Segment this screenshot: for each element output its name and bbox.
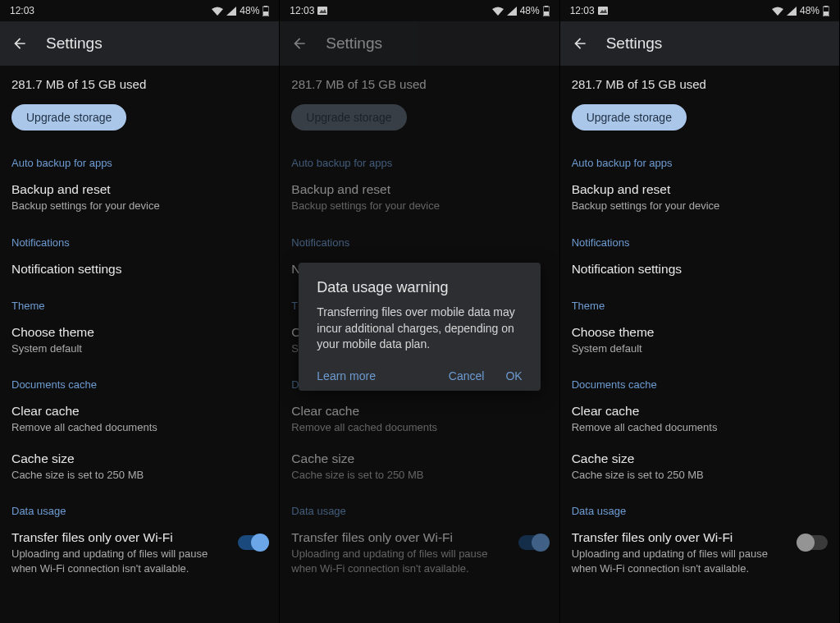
dialog-ok-button[interactable]: OK [505,369,522,383]
battery-text: 48% [800,5,819,16]
item-title: Transfer files only over Wi-Fi [11,530,230,545]
page-title: Settings [326,34,382,53]
section-header-notifications: Notifications [280,222,559,254]
item-backup-reset[interactable]: Backup and reset Backup settings for you… [560,174,839,222]
battery-text: 48% [240,5,259,16]
upgrade-storage-button[interactable]: Upgrade storage [572,104,687,131]
app-header: Settings [0,21,279,66]
item-cache-size[interactable]: Cache size Cache size is set to 250 MB [560,443,839,491]
item-title: Transfer files only over Wi-Fi [291,530,509,545]
wifi-only-switch[interactable] [238,535,267,550]
item-wifi-only[interactable]: Transfer files only over Wi-Fi Uploading… [560,522,839,584]
screen-2: 12:03 48% Settings 281.7 MB of 15 GB use… [280,0,559,623]
dialog-cancel-button[interactable]: Cancel [449,369,485,383]
item-title: Backup and reset [11,182,267,197]
item-clear-cache[interactable]: Clear cache Remove all cached documents [0,396,279,443]
section-header-notifications: Notifications [0,222,279,254]
item-sub: Uploading and updating of files will pau… [291,547,509,575]
item-title: Choose theme [572,325,828,340]
item-notification-settings[interactable]: Notification settings [560,254,839,285]
item-clear-cache[interactable]: Clear cache Remove all cached documents [560,396,839,443]
item-backup-reset: Backup and reset Backup settings for you… [280,174,559,222]
signal-icon [507,7,517,16]
item-title: Notification settings [572,262,828,277]
section-header-theme: Theme [560,285,839,317]
status-bar: 12:03 48% [280,0,559,21]
svg-rect-1 [264,6,267,7]
status-time: 12:03 [570,5,595,16]
item-choose-theme[interactable]: Choose theme System default [560,317,839,364]
storage-usage: 281.7 MB of 15 GB used [0,66,279,99]
item-title: Transfer files only over Wi-Fi [572,530,790,545]
item-title: Clear cache [572,404,828,419]
wifi-icon [212,7,223,16]
section-header-autobackup: Auto backup for apps [280,142,559,174]
item-notification-settings[interactable]: Notification settings [0,254,279,285]
gallery-icon [598,7,608,15]
item-sub: System default [11,341,267,356]
section-header-cache: Documents cache [0,364,279,396]
item-sub: Uploading and updating of files will pau… [11,547,230,575]
item-cache-size: Cache size Cache size is set to 250 MB [280,443,559,491]
section-header-autobackup: Auto backup for apps [560,142,839,174]
item-wifi-only[interactable]: Transfer files only over Wi-Fi Uploading… [0,522,279,584]
gallery-icon [317,7,327,15]
upgrade-storage-button[interactable]: Upgrade storage [11,104,126,131]
item-title: Cache size [291,451,547,466]
svg-rect-9 [824,6,828,7]
app-header: Settings [560,21,839,66]
section-header-data: Data usage [0,490,279,522]
item-sub: Cache size is set to 250 MB [291,468,547,483]
status-bar: 12:03 48% [0,0,279,21]
item-wifi-only: Transfer files only over Wi-Fi Uploading… [280,522,559,584]
back-icon[interactable] [572,35,588,52]
item-title: Cache size [11,451,267,466]
signal-icon [787,7,797,16]
svg-rect-6 [544,11,549,16]
status-time: 12:03 [10,5,34,16]
item-backup-reset[interactable]: Backup and reset Backup settings for you… [0,174,279,222]
battery-icon [262,6,269,16]
app-header: Settings [280,21,559,66]
battery-text: 48% [520,5,540,16]
item-cache-size[interactable]: Cache size Cache size is set to 250 MB [0,443,279,491]
item-title: Backup and reset [291,182,547,197]
section-header-data: Data usage [280,490,559,522]
signal-icon [226,7,236,16]
back-icon[interactable] [291,35,308,52]
section-header-data: Data usage [560,490,839,522]
item-title: Notification settings [11,262,267,277]
dialog-learn-more[interactable]: Learn more [317,369,376,383]
data-usage-dialog: Data usage warning Transferring files ov… [299,263,540,391]
section-header-theme: Theme [0,285,279,317]
item-title: Clear cache [11,404,267,419]
item-sub: Backup settings for your device [572,199,828,213]
section-header-notifications: Notifications [560,222,839,254]
screen-3: 12:03 48% Settings 281.7 MB of 15 GB use… [560,0,840,623]
item-title: Cache size [572,451,828,466]
settings-content: 281.7 MB of 15 GB used Upgrade storage A… [560,66,839,600]
storage-usage: 281.7 MB of 15 GB used [280,66,559,99]
section-header-autobackup: Auto backup for apps [0,142,279,174]
upgrade-storage-button: Upgrade storage [291,104,406,131]
svg-rect-10 [824,11,829,16]
item-sub: System default [572,341,828,356]
battery-icon [823,6,829,16]
back-icon[interactable] [11,35,28,52]
item-sub: Remove all cached documents [572,420,828,435]
item-choose-theme[interactable]: Choose theme System default [0,317,279,364]
item-sub: Backup settings for your device [11,199,267,213]
item-sub: Remove all cached documents [11,420,267,435]
item-sub: Uploading and updating of files will pau… [572,547,790,575]
status-time: 12:03 [290,5,314,16]
wifi-only-switch[interactable] [798,535,828,550]
wifi-icon [492,7,504,16]
page-title: Settings [46,34,103,53]
wifi-icon [772,7,783,16]
dialog-title: Data usage warning [317,279,522,296]
status-bar: 12:03 48% [560,0,839,21]
item-sub: Cache size is set to 250 MB [11,468,267,483]
item-sub: Backup settings for your device [291,199,547,213]
svg-rect-2 [263,11,268,16]
wifi-only-switch [518,535,548,550]
